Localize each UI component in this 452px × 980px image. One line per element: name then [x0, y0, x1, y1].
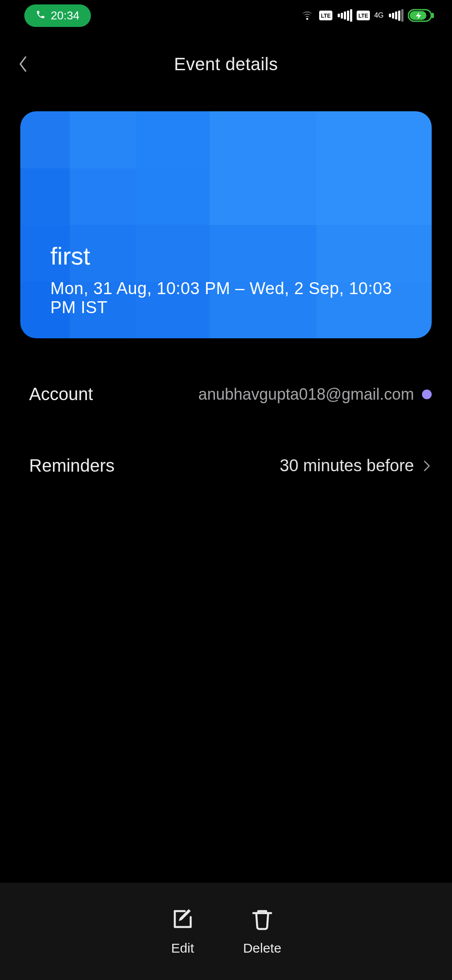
event-title: first — [50, 242, 414, 270]
svg-text:LTE: LTE — [321, 13, 331, 19]
battery-charging-icon — [408, 9, 434, 22]
chevron-right-icon — [422, 460, 432, 472]
reminders-value: 30 minutes before — [280, 456, 432, 475]
svg-text:LTE: LTE — [358, 13, 368, 19]
delete-button[interactable]: Delete — [243, 907, 282, 956]
event-card[interactable]: first Mon, 31 Aug, 10:03 PM – Wed, 2 Sep… — [20, 111, 432, 338]
edit-label: Edit — [171, 941, 194, 956]
reminders-text: 30 minutes before — [280, 456, 414, 475]
network-4g-label: 4G — [374, 9, 384, 22]
wifi-icon — [300, 9, 315, 22]
chevron-left-icon — [18, 55, 28, 73]
account-row[interactable]: Account anubhavgupta018@gmail.com — [29, 384, 432, 404]
svg-rect-5 — [431, 13, 434, 18]
event-time-range: Mon, 31 Aug, 10:03 PM – Wed, 2 Sep, 10:0… — [50, 279, 414, 317]
edit-icon — [171, 907, 195, 933]
status-right-icons: LTE LTE 4G — [300, 9, 434, 22]
signal-bars-icon-1 — [337, 9, 352, 22]
signal-bars-icon-2 — [388, 9, 403, 22]
reminders-row[interactable]: Reminders 30 minutes before — [29, 456, 432, 476]
reminders-label: Reminders — [29, 456, 114, 476]
delete-label: Delete — [243, 941, 282, 956]
edit-button[interactable]: Edit — [171, 907, 195, 956]
volte-icon-1: LTE — [319, 9, 332, 22]
back-button[interactable] — [14, 55, 32, 73]
account-label: Account — [29, 384, 93, 404]
volte-icon-2: LTE — [357, 9, 370, 22]
trash-icon — [250, 907, 274, 933]
page-title: Event details — [174, 54, 278, 74]
phone-icon — [36, 9, 45, 23]
account-color-dot — [422, 390, 432, 399]
account-value: anubhavgupta018@gmail.com — [198, 385, 432, 404]
status-bar: 20:34 LTE LTE 4G — [0, 0, 452, 31]
ongoing-call-pill[interactable]: 20:34 — [24, 4, 91, 27]
account-email: anubhavgupta018@gmail.com — [198, 385, 414, 404]
status-time: 20:34 — [51, 9, 79, 23]
header: Event details — [0, 44, 452, 84]
bottom-toolbar: Edit Delete — [0, 883, 452, 980]
